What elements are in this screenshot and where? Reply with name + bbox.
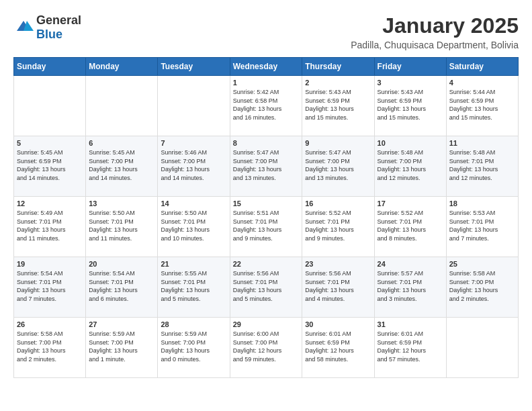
day-info: Sunrise: 5:43 AM Sunset: 6:59 PM Dayligh… xyxy=(305,88,371,122)
day-number: 17 xyxy=(378,199,443,208)
calendar-day-cell: 3Sunrise: 5:43 AM Sunset: 6:59 PM Daylig… xyxy=(374,76,446,136)
calendar-day-cell: 25Sunrise: 5:58 AM Sunset: 7:00 PM Dayli… xyxy=(446,257,518,318)
calendar-day-cell xyxy=(14,76,86,136)
calendar-table: SundayMondayTuesdayWednesdayThursdayFrid… xyxy=(13,57,519,378)
month-title: January 2025 xyxy=(351,13,519,38)
calendar-day-cell: 11Sunrise: 5:48 AM Sunset: 7:01 PM Dayli… xyxy=(446,136,518,197)
day-info: Sunrise: 5:49 AM Sunset: 7:01 PM Dayligh… xyxy=(17,209,83,242)
day-info: Sunrise: 5:51 AM Sunset: 7:01 PM Dayligh… xyxy=(233,209,300,242)
day-number: 31 xyxy=(378,320,443,328)
day-number: 1 xyxy=(233,79,300,87)
calendar-day-cell: 12Sunrise: 5:49 AM Sunset: 7:01 PM Dayli… xyxy=(14,197,86,257)
day-info: Sunrise: 5:52 AM Sunset: 7:01 PM Dayligh… xyxy=(305,209,371,242)
day-number: 19 xyxy=(17,260,83,268)
day-info: Sunrise: 5:48 AM Sunset: 7:00 PM Dayligh… xyxy=(378,148,443,182)
weekday-header: Monday xyxy=(86,58,158,76)
logo-blue: Blue xyxy=(36,28,62,41)
calendar-week-row: 5Sunrise: 5:45 AM Sunset: 6:59 PM Daylig… xyxy=(14,136,519,197)
day-info: Sunrise: 6:01 AM Sunset: 6:59 PM Dayligh… xyxy=(305,330,371,363)
day-number: 20 xyxy=(89,260,154,268)
day-info: Sunrise: 5:43 AM Sunset: 6:59 PM Dayligh… xyxy=(378,88,443,122)
calendar-day-cell: 2Sunrise: 5:43 AM Sunset: 6:59 PM Daylig… xyxy=(302,76,374,136)
day-info: Sunrise: 5:58 AM Sunset: 7:00 PM Dayligh… xyxy=(17,330,83,363)
weekday-header: Tuesday xyxy=(158,58,230,76)
day-number: 16 xyxy=(305,199,371,208)
day-info: Sunrise: 5:50 AM Sunset: 7:01 PM Dayligh… xyxy=(89,209,154,242)
calendar-day-cell xyxy=(158,76,230,136)
calendar-day-cell: 14Sunrise: 5:50 AM Sunset: 7:01 PM Dayli… xyxy=(158,197,230,257)
calendar-day-cell: 15Sunrise: 5:51 AM Sunset: 7:01 PM Dayli… xyxy=(230,197,302,257)
location-title: Padilla, Chuquisaca Department, Bolivia xyxy=(351,40,519,50)
day-number: 9 xyxy=(305,139,371,147)
day-number: 5 xyxy=(17,139,83,147)
day-number: 10 xyxy=(378,139,443,147)
day-number: 3 xyxy=(378,79,443,87)
day-number: 30 xyxy=(305,320,371,328)
day-number: 15 xyxy=(233,199,300,208)
day-number: 24 xyxy=(378,260,443,268)
page-header: General Blue January 2025 Padilla, Chuqu… xyxy=(13,13,519,50)
calendar-day-cell: 29Sunrise: 6:00 AM Sunset: 7:00 PM Dayli… xyxy=(230,318,302,378)
day-number: 13 xyxy=(89,199,154,208)
day-info: Sunrise: 5:47 AM Sunset: 7:00 PM Dayligh… xyxy=(233,148,300,182)
day-number: 8 xyxy=(233,139,300,147)
calendar-day-cell: 4Sunrise: 5:44 AM Sunset: 6:59 PM Daylig… xyxy=(446,76,518,136)
calendar-day-cell: 17Sunrise: 5:52 AM Sunset: 7:01 PM Dayli… xyxy=(374,197,446,257)
weekday-header: Thursday xyxy=(302,58,374,76)
calendar-day-cell: 20Sunrise: 5:54 AM Sunset: 7:01 PM Dayli… xyxy=(86,257,158,318)
calendar-day-cell: 21Sunrise: 5:55 AM Sunset: 7:01 PM Dayli… xyxy=(158,257,230,318)
day-info: Sunrise: 5:47 AM Sunset: 7:00 PM Dayligh… xyxy=(305,148,371,182)
day-number: 4 xyxy=(449,79,515,87)
day-info: Sunrise: 5:58 AM Sunset: 7:00 PM Dayligh… xyxy=(449,269,515,303)
calendar-day-cell: 31Sunrise: 6:01 AM Sunset: 6:59 PM Dayli… xyxy=(374,318,446,378)
day-info: Sunrise: 5:44 AM Sunset: 6:59 PM Dayligh… xyxy=(449,88,515,122)
calendar-day-cell: 18Sunrise: 5:53 AM Sunset: 7:01 PM Dayli… xyxy=(446,197,518,257)
day-number: 26 xyxy=(17,320,83,328)
calendar-day-cell xyxy=(446,318,518,378)
day-number: 28 xyxy=(161,320,226,328)
weekday-header: Wednesday xyxy=(230,58,302,76)
day-number: 25 xyxy=(449,260,515,268)
calendar-day-cell: 6Sunrise: 5:45 AM Sunset: 7:00 PM Daylig… xyxy=(86,136,158,197)
calendar-day-cell: 28Sunrise: 5:59 AM Sunset: 7:00 PM Dayli… xyxy=(158,318,230,378)
calendar-day-cell: 22Sunrise: 5:56 AM Sunset: 7:01 PM Dayli… xyxy=(230,257,302,318)
day-info: Sunrise: 5:59 AM Sunset: 7:00 PM Dayligh… xyxy=(161,330,226,363)
calendar-day-cell: 9Sunrise: 5:47 AM Sunset: 7:00 PM Daylig… xyxy=(302,136,374,197)
day-number: 11 xyxy=(449,139,515,147)
day-info: Sunrise: 5:45 AM Sunset: 7:00 PM Dayligh… xyxy=(89,148,154,182)
day-number: 7 xyxy=(161,139,226,147)
day-info: Sunrise: 5:48 AM Sunset: 7:01 PM Dayligh… xyxy=(449,148,515,182)
weekday-header: Friday xyxy=(374,58,446,76)
day-number: 6 xyxy=(89,139,154,147)
calendar-day-cell: 23Sunrise: 5:56 AM Sunset: 7:01 PM Dayli… xyxy=(302,257,374,318)
day-info: Sunrise: 5:57 AM Sunset: 7:01 PM Dayligh… xyxy=(378,269,443,303)
calendar-day-cell: 13Sunrise: 5:50 AM Sunset: 7:01 PM Dayli… xyxy=(86,197,158,257)
day-info: Sunrise: 5:46 AM Sunset: 7:00 PM Dayligh… xyxy=(161,148,226,182)
day-number: 27 xyxy=(89,320,154,328)
weekday-header: Sunday xyxy=(14,58,86,76)
calendar-day-cell: 19Sunrise: 5:54 AM Sunset: 7:01 PM Dayli… xyxy=(14,257,86,318)
calendar-day-cell: 10Sunrise: 5:48 AM Sunset: 7:00 PM Dayli… xyxy=(374,136,446,197)
day-info: Sunrise: 5:54 AM Sunset: 7:01 PM Dayligh… xyxy=(17,269,83,303)
title-area: January 2025 Padilla, Chuquisaca Departm… xyxy=(351,13,519,50)
calendar-day-cell: 5Sunrise: 5:45 AM Sunset: 6:59 PM Daylig… xyxy=(14,136,86,197)
day-number: 18 xyxy=(449,199,515,208)
calendar-day-cell: 1Sunrise: 5:42 AM Sunset: 6:58 PM Daylig… xyxy=(230,76,302,136)
day-info: Sunrise: 5:50 AM Sunset: 7:01 PM Dayligh… xyxy=(161,209,226,242)
day-info: Sunrise: 5:56 AM Sunset: 7:01 PM Dayligh… xyxy=(305,269,371,303)
day-number: 22 xyxy=(233,260,300,268)
day-info: Sunrise: 5:45 AM Sunset: 6:59 PM Dayligh… xyxy=(17,148,83,182)
calendar-day-cell: 7Sunrise: 5:46 AM Sunset: 7:00 PM Daylig… xyxy=(158,136,230,197)
day-info: Sunrise: 5:56 AM Sunset: 7:01 PM Dayligh… xyxy=(233,269,300,303)
calendar-day-cell: 30Sunrise: 6:01 AM Sunset: 6:59 PM Dayli… xyxy=(302,318,374,378)
calendar-week-row: 26Sunrise: 5:58 AM Sunset: 7:00 PM Dayli… xyxy=(14,318,519,378)
day-info: Sunrise: 5:55 AM Sunset: 7:01 PM Dayligh… xyxy=(161,269,226,303)
calendar-day-cell: 24Sunrise: 5:57 AM Sunset: 7:01 PM Dayli… xyxy=(374,257,446,318)
day-number: 2 xyxy=(305,79,371,87)
calendar-week-row: 1Sunrise: 5:42 AM Sunset: 6:58 PM Daylig… xyxy=(14,76,519,136)
calendar-week-row: 19Sunrise: 5:54 AM Sunset: 7:01 PM Dayli… xyxy=(14,257,519,318)
day-info: Sunrise: 5:52 AM Sunset: 7:01 PM Dayligh… xyxy=(378,209,443,242)
calendar-day-cell: 26Sunrise: 5:58 AM Sunset: 7:00 PM Dayli… xyxy=(14,318,86,378)
calendar-header-row: SundayMondayTuesdayWednesdayThursdayFrid… xyxy=(14,58,519,76)
day-number: 29 xyxy=(233,320,300,328)
